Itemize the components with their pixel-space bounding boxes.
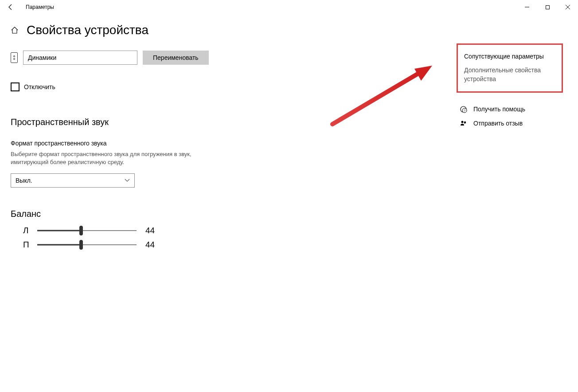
spatial-format-label: Формат пространственного звука: [11, 140, 321, 147]
close-button[interactable]: [558, 0, 578, 14]
related-sidebar: Сопутствующие параметры Дополнительные с…: [457, 43, 563, 133]
get-help-label: Получить помощь: [473, 106, 525, 113]
disable-label: Отключить: [24, 83, 55, 90]
spatial-section-title: Пространственный звук: [11, 117, 321, 127]
annotation-arrow: [328, 62, 452, 129]
page-header: Свойства устройства: [11, 23, 321, 37]
spatial-format-value: Выкл.: [16, 177, 32, 184]
additional-device-properties-link[interactable]: Дополнительные свойства устройства: [464, 66, 555, 83]
main-content: Свойства устройства Переименовать Отключ…: [11, 23, 321, 254]
balance-left-row: Л 44: [23, 225, 321, 236]
disable-checkbox[interactable]: [11, 82, 20, 91]
disable-checkbox-row[interactable]: Отключить: [11, 82, 321, 91]
balance-left-slider[interactable]: [37, 225, 137, 236]
window-controls: [517, 0, 578, 14]
home-icon[interactable]: [11, 26, 19, 34]
balance-right-label: П: [23, 240, 31, 250]
device-row: Переименовать: [11, 51, 321, 65]
balance-left-label: Л: [23, 226, 31, 235]
balance-right-value: 44: [145, 240, 163, 250]
spatial-format-desc: Выберите формат пространственного звука …: [11, 150, 215, 166]
related-settings-box: Сопутствующие параметры Дополнительные с…: [457, 43, 563, 93]
feedback-icon: [459, 119, 467, 127]
back-button[interactable]: [4, 0, 18, 14]
minimize-button[interactable]: [517, 0, 537, 14]
balance-left-value: 44: [145, 226, 163, 235]
chevron-down-icon: [125, 178, 130, 183]
feedback-link[interactable]: Отправить отзыв: [457, 119, 563, 127]
related-settings-title: Сопутствующие параметры: [464, 53, 555, 60]
speaker-icon: [11, 52, 18, 63]
spatial-format-dropdown[interactable]: Выкл.: [11, 173, 135, 188]
device-name-input[interactable]: [23, 51, 137, 65]
balance-right-row: П 44: [23, 239, 321, 250]
svg-rect-1: [546, 5, 549, 9]
svg-text:?: ?: [464, 109, 465, 112]
help-icon: ?: [459, 105, 467, 113]
window-title: Параметры: [26, 4, 54, 10]
rename-button[interactable]: Переименовать: [143, 51, 209, 65]
svg-point-7: [461, 121, 464, 123]
feedback-label: Отправить отзыв: [473, 120, 523, 127]
page-title: Свойства устройства: [27, 23, 148, 37]
titlebar: Параметры: [0, 0, 578, 14]
balance-section-title: Баланс: [11, 209, 321, 219]
get-help-link[interactable]: ? Получить помощь: [457, 105, 563, 113]
maximize-button[interactable]: [537, 0, 558, 14]
svg-line-8: [332, 72, 421, 124]
svg-marker-9: [414, 66, 432, 81]
balance-right-slider[interactable]: [37, 239, 137, 250]
